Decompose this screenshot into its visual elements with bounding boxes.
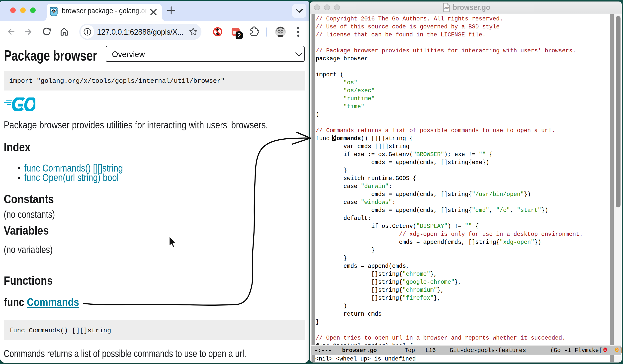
svg-text:-GO: -GO [444, 7, 449, 10]
svg-text:2: 2 [238, 32, 241, 39]
